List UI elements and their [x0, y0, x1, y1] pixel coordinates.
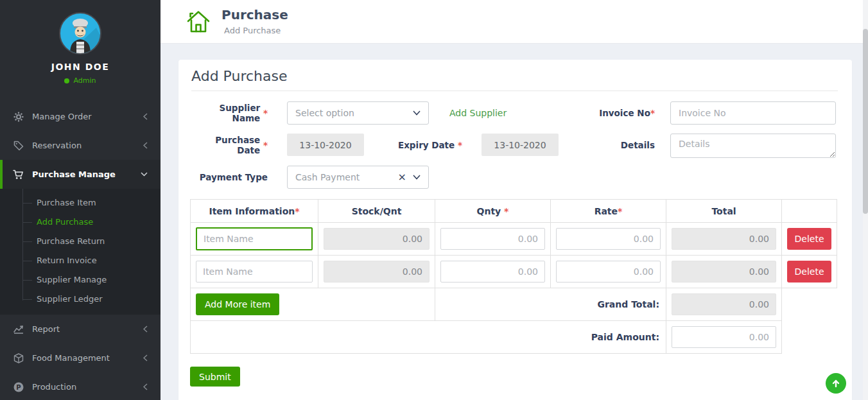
- avatar[interactable]: [59, 12, 101, 55]
- chart-icon: [13, 324, 24, 335]
- sidebar-item-label: Reservation: [32, 141, 143, 150]
- payment-type-select[interactable]: Cash Payment ×: [287, 166, 429, 189]
- app-window: JOHN DOE Admin: [0, 0, 868, 400]
- grand-total-input: [672, 293, 776, 315]
- sidebar-item-label: Purchase Manage: [32, 170, 141, 179]
- page-header: Purchase Add Purchase: [161, 0, 868, 44]
- user-name: JOHN DOE: [0, 62, 161, 72]
- rate-input[interactable]: [556, 261, 661, 283]
- submenu-item-return-invoice[interactable]: Return Invoice: [0, 251, 161, 270]
- qnty-input[interactable]: [440, 228, 545, 250]
- col-item-information: Item Information*: [191, 200, 318, 223]
- scrollbar-track[interactable]: [863, 0, 868, 400]
- sidebar-item-production[interactable]: P Production: [0, 372, 161, 400]
- delete-row-button[interactable]: Delete: [787, 228, 831, 250]
- p-circle-icon: P: [13, 382, 24, 392]
- add-supplier-link[interactable]: Add Supplier: [449, 101, 507, 125]
- invoice-no-field[interactable]: [670, 101, 836, 125]
- stock-qnt-input: [324, 261, 430, 283]
- chevron-left-icon: [143, 354, 148, 361]
- cart-icon: [13, 170, 24, 180]
- sidebar-item-food-management[interactable]: Food Management: [0, 343, 161, 372]
- tag-icon: [13, 141, 24, 151]
- chef-avatar-image: [60, 13, 100, 53]
- submenu-item-supplier-manage[interactable]: Supplier Manage: [0, 270, 161, 290]
- purchase-manage-submenu: Purchase Item Add Purchase Purchase Retu…: [0, 189, 161, 315]
- supplier-select-value: Select option: [295, 108, 406, 118]
- chevron-down-icon: [141, 172, 148, 177]
- sidebar-item-label: Manage Order: [32, 112, 143, 121]
- chevron-left-icon: [143, 326, 148, 333]
- purchase-date-label: Purchase Date *: [190, 134, 268, 157]
- sidebar: JOHN DOE Admin: [0, 0, 161, 400]
- sidebar-item-purchase-manage[interactable]: Purchase Manage: [0, 160, 161, 189]
- supplier-select[interactable]: Select option: [287, 101, 429, 125]
- paid-amount-label: Paid Amount:: [191, 321, 666, 354]
- item-row: Delete: [191, 223, 837, 256]
- profile-section: JOHN DOE Admin: [0, 0, 161, 85]
- purchase-date-field[interactable]: [287, 134, 364, 156]
- payment-type-label: Payment Type: [190, 166, 268, 189]
- payment-type-value: Cash Payment: [295, 172, 398, 182]
- expiry-date-label: Expiry Date *: [385, 134, 462, 157]
- main-area: Purchase Add Purchase Add Purchase Suppl…: [161, 0, 868, 400]
- submenu-item-supplier-ledger[interactable]: Supplier Ledger: [0, 290, 161, 309]
- home-icon: [184, 8, 213, 39]
- sidebar-item-label: Report: [32, 324, 143, 334]
- col-qnty: Qnty *: [435, 200, 551, 223]
- delete-row-button[interactable]: Delete: [787, 261, 831, 283]
- table-header-row: Item Information* Stock/Qnt Qnty * Rate*…: [191, 200, 837, 223]
- items-table: Item Information* Stock/Qnt Qnty * Rate*…: [190, 199, 837, 354]
- submenu-item-purchase-item[interactable]: Purchase Item: [0, 193, 161, 213]
- sidebar-item-manage-order[interactable]: Manage Order: [0, 102, 161, 131]
- card-title: Add Purchase: [191, 68, 288, 84]
- item-name-input[interactable]: [196, 227, 313, 250]
- chevron-down-icon: [413, 110, 421, 116]
- close-icon[interactable]: ×: [398, 172, 406, 182]
- sidebar-menu: Manage Order Reservation: [0, 102, 161, 400]
- supplier-name-label: Supplier Name *: [190, 101, 268, 125]
- chevron-left-icon: [143, 113, 148, 120]
- submenu-item-add-purchase[interactable]: Add Purchase: [0, 213, 161, 232]
- details-field[interactable]: [670, 134, 836, 158]
- qnty-input[interactable]: [440, 261, 545, 283]
- total-input: [672, 228, 776, 250]
- item-row: Delete: [191, 256, 837, 288]
- user-role: Admin: [0, 76, 161, 85]
- col-actions: [782, 200, 837, 223]
- sidebar-item-report[interactable]: Report: [0, 315, 161, 343]
- sidebar-item-label: Food Management: [32, 353, 143, 363]
- page-title: Purchase: [221, 7, 288, 22]
- grand-total-row: Add More item Grand Total:: [191, 288, 837, 321]
- online-status-dot: [64, 78, 69, 83]
- submenu-item-purchase-return[interactable]: Purchase Return: [0, 232, 161, 251]
- invoice-no-label: Invoice No*: [578, 101, 655, 125]
- col-total: Total: [666, 200, 782, 223]
- rate-input[interactable]: [556, 228, 661, 250]
- col-rate: Rate*: [551, 200, 666, 223]
- paid-amount-row: Paid Amount:: [191, 321, 837, 354]
- chevron-left-icon: [143, 142, 148, 149]
- content-area: Add Purchase Supplier Name * Select opti…: [161, 44, 868, 400]
- scroll-to-top-button[interactable]: [826, 373, 846, 394]
- add-purchase-card: Add Purchase Supplier Name * Select opti…: [178, 60, 852, 400]
- scrollbar-thumb[interactable]: [863, 29, 868, 214]
- add-more-item-button[interactable]: Add More item: [196, 293, 279, 315]
- chevron-down-icon: [413, 175, 421, 180]
- sidebar-item-label: Production: [32, 382, 143, 392]
- arrow-up-icon: [831, 378, 841, 388]
- expiry-date-field[interactable]: [482, 134, 559, 156]
- gear-icon: [13, 112, 24, 122]
- box-icon: [13, 353, 24, 363]
- details-label: Details: [578, 134, 655, 157]
- chevron-left-icon: [143, 383, 148, 390]
- total-input: [672, 261, 776, 283]
- user-role-label: Admin: [73, 76, 96, 85]
- submit-button[interactable]: Submit: [190, 367, 240, 387]
- paid-amount-input[interactable]: [672, 326, 776, 348]
- grand-total-label: Grand Total:: [435, 288, 666, 321]
- col-stock-qnt: Stock/Qnt: [318, 200, 435, 223]
- sidebar-item-reservation[interactable]: Reservation: [0, 131, 161, 160]
- item-name-input[interactable]: [196, 261, 313, 283]
- breadcrumb: Add Purchase: [224, 26, 281, 35]
